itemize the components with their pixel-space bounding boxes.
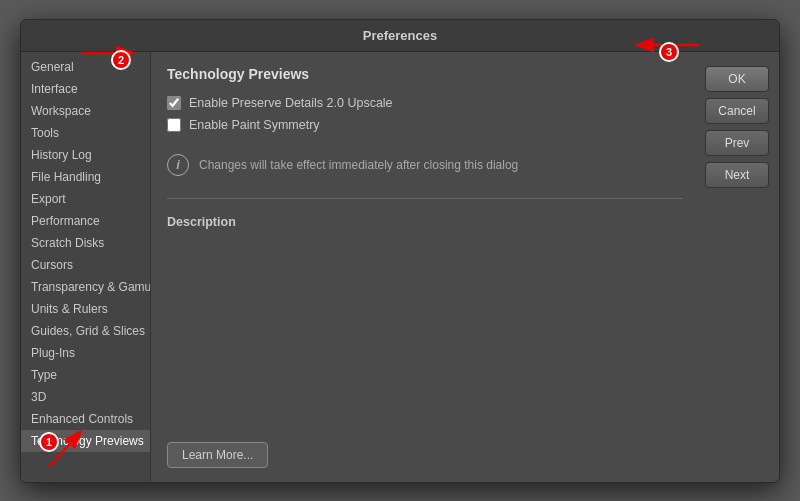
- sidebar-item-3d[interactable]: 3D: [21, 386, 150, 408]
- sidebar-item-units---rulers[interactable]: Units & Rulers: [21, 298, 150, 320]
- info-text: Changes will take effect immediately aft…: [199, 158, 518, 172]
- dialog-title: Preferences: [363, 28, 437, 43]
- sidebar-item-export[interactable]: Export: [21, 188, 150, 210]
- cancel-button[interactable]: Cancel: [705, 98, 769, 124]
- sidebar-item-transparency---gamut[interactable]: Transparency & Gamut: [21, 276, 150, 298]
- checkbox-paint-symmetry-label: Enable Paint Symmetry: [189, 118, 320, 132]
- checkbox-preserve-details-label: Enable Preserve Details 2.0 Upscale: [189, 96, 393, 110]
- sidebar-item-file-handling[interactable]: File Handling: [21, 166, 150, 188]
- preferences-dialog: Preferences GeneralInterfaceWorkspaceToo…: [20, 19, 780, 483]
- description-label: Description: [167, 215, 683, 229]
- learn-more-button[interactable]: Learn More...: [167, 442, 268, 468]
- sidebar-item-technology-previews[interactable]: Technology Previews: [21, 430, 150, 452]
- sidebar: GeneralInterfaceWorkspaceToolsHistory Lo…: [21, 52, 151, 482]
- sidebar-item-history-log[interactable]: History Log: [21, 144, 150, 166]
- info-icon: i: [167, 154, 189, 176]
- sidebar-item-tools[interactable]: Tools: [21, 122, 150, 144]
- checkbox-row-2: Enable Paint Symmetry: [167, 118, 683, 132]
- sidebar-item-workspace[interactable]: Workspace: [21, 100, 150, 122]
- info-row: i Changes will take effect immediately a…: [167, 154, 683, 176]
- sidebar-item-general[interactable]: General: [21, 56, 150, 78]
- sidebar-item-type[interactable]: Type: [21, 364, 150, 386]
- next-button[interactable]: Next: [705, 162, 769, 188]
- sidebar-item-enhanced-controls[interactable]: Enhanced Controls: [21, 408, 150, 430]
- checkbox-preserve-details[interactable]: [167, 96, 181, 110]
- prev-button[interactable]: Prev: [705, 130, 769, 156]
- separator: [167, 198, 683, 199]
- action-buttons-panel: OK Cancel Prev Next: [699, 52, 779, 482]
- dialog-titlebar: Preferences: [21, 20, 779, 52]
- checkbox-paint-symmetry[interactable]: [167, 118, 181, 132]
- sidebar-item-interface[interactable]: Interface: [21, 78, 150, 100]
- app-background: Preferences GeneralInterfaceWorkspaceToo…: [0, 0, 800, 501]
- sidebar-item-performance[interactable]: Performance: [21, 210, 150, 232]
- sidebar-item-scratch-disks[interactable]: Scratch Disks: [21, 232, 150, 254]
- sidebar-item-plug-ins[interactable]: Plug-Ins: [21, 342, 150, 364]
- dialog-body: GeneralInterfaceWorkspaceToolsHistory Lo…: [21, 52, 779, 482]
- checkbox-row-1: Enable Preserve Details 2.0 Upscale: [167, 96, 683, 110]
- main-area: Technology Previews Enable Preserve Deta…: [151, 52, 699, 482]
- sidebar-item-guides--grid---slices[interactable]: Guides, Grid & Slices: [21, 320, 150, 342]
- sidebar-item-cursors[interactable]: Cursors: [21, 254, 150, 276]
- section-title: Technology Previews: [167, 66, 683, 82]
- ok-button[interactable]: OK: [705, 66, 769, 92]
